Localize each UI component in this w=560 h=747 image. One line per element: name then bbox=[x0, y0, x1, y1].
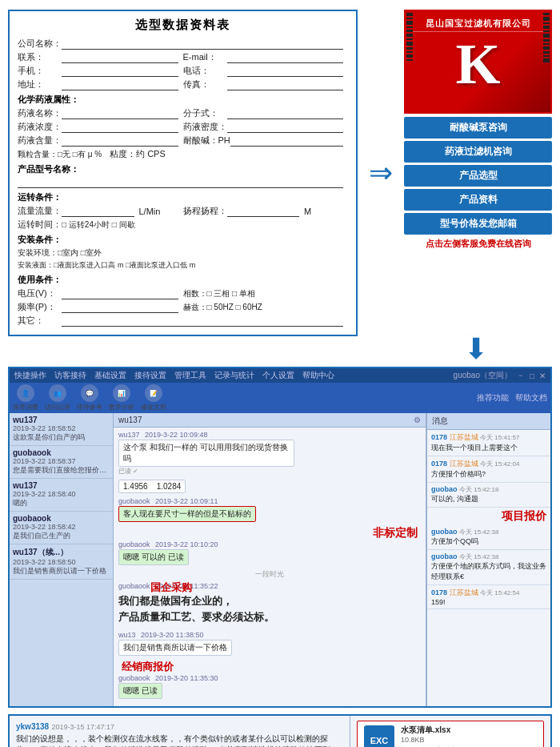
runtime-row: 运转时间： □ 运转24小时 □ 间歇 bbox=[18, 219, 348, 231]
right-msg-3-time: 今天 15:42:18 bbox=[459, 486, 498, 493]
topbar-jiedaisezhi[interactable]: 接待设置 bbox=[134, 370, 166, 381]
user-name-wu137b: wu137 bbox=[13, 481, 110, 490]
right-msg-3-text: 可以的, 沟通题 bbox=[431, 494, 546, 504]
btn-materials[interactable]: 产品资料 bbox=[404, 189, 552, 211]
ph-label: 耐酸碱：PH bbox=[183, 135, 230, 147]
runtime-options: □ 运转24小时 □ 间歇 bbox=[62, 219, 135, 231]
email-line bbox=[227, 52, 344, 63]
user-time-guobaook: 2019-3-22 18:58:37 bbox=[13, 457, 110, 465]
use-section-header: 使用条件： bbox=[18, 274, 348, 286]
topbar-guanligongju[interactable]: 管理工具 bbox=[174, 370, 206, 381]
conc-half: 药液浓度： bbox=[18, 121, 183, 133]
bottom-user-1: ykw3138 2019-3-15 17:47:17 bbox=[16, 721, 343, 732]
flow-label: 流量流量： bbox=[18, 205, 62, 217]
nav-bangzhu[interactable]: 帮助文档 bbox=[515, 392, 547, 404]
user-entry-wu13[interactable]: wu137（续...） 2019-3-22 18:58:50 我们是销售商所以请… bbox=[10, 544, 113, 580]
msg-bubble-final: 嗯嗯 已读 bbox=[118, 683, 162, 699]
company-name: 昆山国宝过滤机有限公司 bbox=[412, 16, 544, 32]
phone-label: 手机： bbox=[18, 65, 62, 77]
company-label: 公司名称： bbox=[18, 38, 62, 50]
annotation-fei-bianding-label: 非标定制 bbox=[373, 526, 418, 539]
topbar-kuaijie[interactable]: 快捷操作 bbox=[14, 370, 46, 381]
install-section-header: 安装条件： bbox=[18, 234, 348, 246]
maximize-icon[interactable]: □ bbox=[530, 371, 534, 380]
file-size: 10.8KB bbox=[401, 736, 537, 744]
user-preview-guobaook2: 是我们自己生产的 bbox=[13, 531, 107, 541]
user-time-guobaook2: 2019-3-22 18:58:42 bbox=[13, 523, 110, 531]
nav-fangwen-label: 访问记录 bbox=[45, 403, 70, 412]
minimize-icon[interactable]: － bbox=[517, 370, 525, 381]
time-separator: 一段时光 bbox=[118, 569, 421, 580]
right-msg-5-name: guobao bbox=[431, 552, 458, 560]
voltage-line bbox=[62, 288, 178, 299]
close-icon[interactable]: ✕ bbox=[539, 371, 546, 380]
chem-name-line bbox=[62, 108, 178, 119]
flow-section-header: 运转条件： bbox=[18, 191, 348, 203]
msg-from-reply: guobaook bbox=[118, 540, 150, 548]
user-entry-guobaook[interactable]: guobaook 2019-3-22 18:58:37 您是需要我们直接给您报价… bbox=[10, 446, 113, 479]
btn-selection[interactable]: 产品选型 bbox=[404, 165, 552, 187]
form-card: 选型数据资料表 公司名称： 联系： E-mail： 手机： 电话： bbox=[8, 10, 358, 336]
btn-price-email[interactable]: 型号价格发您邮箱 bbox=[404, 213, 552, 235]
nav-tuijian[interactable]: 推荐功能 bbox=[477, 392, 509, 404]
right-msg-2: 0178 江苏盐城 今天 15:42:04 方便报个价格吗? bbox=[427, 456, 550, 483]
head-label: 扬程扬程： bbox=[183, 205, 227, 217]
msg-bubble-highlight: 客人现在要尺寸一样的但是不贴标的 bbox=[118, 506, 256, 522]
user-time-wu137b: 2019-3-22 18:58:40 bbox=[13, 490, 110, 498]
user-entry-wu137b[interactable]: wu137 2019-3-22 18:58:40 嗯的 bbox=[10, 479, 113, 512]
user-entry-guobaook2[interactable]: guobaook 2019-3-22 18:58:42 是我们自己生产的 bbox=[10, 512, 113, 544]
model-line bbox=[18, 177, 343, 188]
right-msg-2-region: 江苏盐城 bbox=[450, 460, 478, 468]
nav-baojian[interactable]: 👤 保荐消费 bbox=[13, 384, 38, 412]
install-height: 安装液面：□液面比泵进入口高 m □液面比泵进入口低 m bbox=[18, 260, 195, 271]
user-time-wu137: 2019-3-22 18:58:52 bbox=[13, 424, 110, 432]
file-name: 水泵清单.xlsx bbox=[401, 725, 537, 736]
topbar-fangke[interactable]: 访客接待 bbox=[54, 370, 86, 381]
right-msg-1-time: 今天 15:41:57 bbox=[480, 434, 519, 441]
chat-topbar-left: 快捷操作 访客接待 基础设置 接待设置 管理工具 记录与统计 个人设置 帮助中心 bbox=[14, 370, 334, 381]
guoqi-section: guobaook 2019-3-20 11:35:22 我们都是做国有企业的，产… bbox=[118, 582, 421, 627]
contact-row: 联系： E-mail： bbox=[18, 51, 348, 63]
phone-half: 手机： bbox=[18, 65, 183, 77]
file-icon: EXC bbox=[364, 725, 394, 748]
nav-fangwen[interactable]: 👥 访问记录 bbox=[45, 384, 70, 412]
right-msg-3: guobao 今天 15:42:18 可以的, 沟通题 bbox=[427, 483, 550, 508]
user-time-wu13: 2019-3-22 18:58:50 bbox=[13, 558, 110, 566]
msg-time-wu13: 2019-3-20 11:38:50 bbox=[141, 631, 204, 639]
right-msg-5-text: 方便便个地的联系方式吗，我这业务经理联系€ bbox=[431, 561, 546, 582]
company-row: 公司名称： bbox=[18, 38, 348, 50]
phone-row: 手机： 电话： bbox=[18, 65, 348, 77]
btn-acid-alkali[interactable]: 耐酸碱泵咨询 bbox=[404, 117, 552, 139]
msg-from-wu13: wu13 bbox=[118, 631, 136, 639]
topbar-jilu[interactable]: 记录与统计 bbox=[214, 370, 254, 381]
freq-half: 频率(P)： bbox=[18, 301, 183, 313]
topbar-jichushezhi[interactable]: 基础设置 bbox=[94, 370, 126, 381]
buttons-list: 耐酸碱泵咨询 药液过滤机咨询 产品选型 产品资料 型号价格发您邮箱 bbox=[404, 117, 552, 235]
topbar-bangzhu[interactable]: 帮助中心 bbox=[302, 370, 334, 381]
right-msg-1-text: 现在我一个项目上需要这个 bbox=[431, 443, 546, 453]
email-half: E-mail： bbox=[183, 51, 349, 63]
nav-xiugai[interactable]: 📝 修改文档 bbox=[141, 384, 166, 412]
particle-row: 颗粒含量：□无 □有 μ % 粘度：约 CPS bbox=[18, 148, 348, 160]
nav-xiugai-icon: 📝 bbox=[145, 384, 162, 402]
msg-from-1: wu137 bbox=[118, 431, 140, 439]
user-entry-wu137[interactable]: wu137 2019-3-22 18:58:52 这款泵是你们自产的吗 bbox=[10, 413, 113, 446]
flow-line bbox=[62, 206, 134, 217]
chat-topbar: 快捷操作 访客接待 基础设置 接待设置 管理工具 记录与统计 个人设置 帮助中心… bbox=[10, 368, 550, 383]
bottom-left: ykw3138 2019-3-15 17:47:17 我们的设想是，，，装个检测… bbox=[10, 716, 350, 747]
head-unit: M bbox=[304, 207, 348, 216]
particle-label: 颗粒含量：□无 □有 μ % bbox=[18, 149, 102, 160]
molecular-line bbox=[227, 108, 344, 119]
topbar-geren[interactable]: 个人设置 bbox=[262, 370, 294, 381]
hz-label: 赫兹：□ 50HZ □ 60HZ bbox=[183, 302, 262, 313]
btn-filter[interactable]: 药液过滤机咨询 bbox=[404, 141, 552, 163]
nav-paichi[interactable]: 💬 排持参考 bbox=[77, 384, 102, 412]
msg-time-final: 2019-3-20 11:35:30 bbox=[155, 674, 218, 682]
company-line bbox=[62, 38, 343, 50]
msg-header-1: wu137 2019-3-22 10:09:48 bbox=[118, 431, 421, 439]
chat-center-header: wu137 ⚙ bbox=[114, 413, 426, 428]
file-info: 水泵清单.xlsx 10.8KB 预览 打开文件夹 bbox=[401, 725, 537, 747]
nav-shuxue[interactable]: 📊 数学分析 bbox=[109, 384, 134, 412]
chat-center-title: wu137 bbox=[118, 416, 142, 424]
msg-guobaook-final: guobaook 2019-3-20 11:35:30 嗯嗯 已读 bbox=[118, 674, 421, 699]
